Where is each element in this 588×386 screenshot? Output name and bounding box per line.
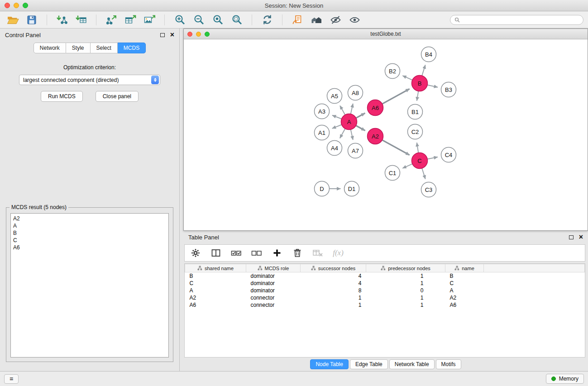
optimization-criterion-select[interactable]: largest connected component (directed) [19,75,160,85]
table-row[interactable]: Cdominator41C [185,280,585,287]
table-row[interactable]: Adominator80A [185,287,585,294]
tab-style[interactable]: Style [66,43,91,53]
tab-node-table[interactable]: Node Table [310,359,349,369]
column-header-MCDS-role[interactable]: MCDS role [246,264,301,272]
node-A7[interactable]: A7 [348,143,363,158]
node-A5[interactable]: A5 [327,89,342,104]
node-A1[interactable]: A1 [315,125,330,140]
mcds-result-item[interactable]: A2 [13,215,166,222]
zoom-in-button[interactable] [172,13,188,27]
mcds-result-list[interactable]: A2ABCA6 [10,213,169,357]
node-C2[interactable]: C2 [408,124,423,139]
network-maximize-button[interactable] [205,32,210,37]
node-C4[interactable]: C4 [441,148,456,162]
edge-A-A8[interactable] [351,104,353,114]
memory-button[interactable]: Memory [546,374,584,384]
node-D[interactable]: D [315,181,330,196]
select-all-columns-button[interactable] [231,247,242,259]
zoom-fit-content-button[interactable] [210,13,226,27]
close-window-button[interactable] [5,3,10,8]
maximize-window-button[interactable] [23,3,28,8]
float-table-panel-icon[interactable] [569,235,574,239]
tab-network-table[interactable]: Network Table [389,359,435,369]
edge-C-C1[interactable] [402,164,412,168]
node-A8[interactable]: A8 [348,86,363,100]
function-builder-button[interactable]: f(x) [333,247,344,259]
edge-C-C2[interactable] [417,143,419,153]
node-B3[interactable]: B3 [441,82,456,97]
create-new-column-button[interactable] [272,247,282,259]
edge-A-A2[interactable] [356,126,365,131]
node-A3[interactable]: A3 [315,104,330,119]
tab-mcds[interactable]: MCDS [118,43,146,53]
edge-A-A1[interactable] [332,125,342,129]
table-settings-button[interactable] [190,247,201,259]
node-A6[interactable]: A6 [368,100,383,116]
tab-network[interactable]: Network [33,43,66,53]
column-header-name[interactable]: name [445,264,484,272]
network-minimize-button[interactable] [196,32,201,37]
mcds-result-item[interactable]: A6 [13,244,166,251]
close-panel-button[interactable]: Close panel [96,91,139,102]
node-A[interactable]: A [341,114,357,130]
network-close-button[interactable] [187,32,192,37]
tab-motifs[interactable]: Motifs [436,359,461,369]
mcds-result-item[interactable]: C [13,237,166,244]
delete-table-button[interactable] [312,247,323,259]
edge-A-A4[interactable] [340,129,345,138]
save-session-button[interactable] [24,13,40,27]
apply-preferred-layout-button[interactable] [259,13,275,27]
delete-columns-button[interactable] [292,247,303,259]
export-image-button[interactable] [141,13,158,27]
export-table-button[interactable] [122,13,139,27]
export-network-button[interactable] [103,13,120,27]
tab-edge-table[interactable]: Edge Table [350,359,388,369]
node-C3[interactable]: C3 [421,182,436,197]
zoom-out-button[interactable] [191,13,207,27]
mcds-result-item[interactable]: B [13,229,166,237]
unselect-all-columns-button[interactable] [251,247,262,259]
edge-B-B4[interactable] [422,65,425,76]
network-canvas[interactable]: B4B2BB3A5A8A6B1A3AC2A1A2A4A7C4CC1C3DD1 [184,39,588,230]
hide-graphics-details-button[interactable] [327,13,344,27]
close-panel-icon[interactable]: × [170,32,174,38]
close-table-panel-icon[interactable]: × [579,234,583,240]
import-table-from-file-button[interactable] [73,13,89,27]
column-header-predecessor-nodes[interactable]: predecessor nodes [366,264,445,272]
edge-B-B1[interactable] [417,91,419,101]
zoom-selected-region-button[interactable] [229,13,245,27]
birds-eye-view-button[interactable] [308,13,325,27]
edge-A-A7[interactable] [351,129,353,140]
panel-list-button[interactable]: ≡ [4,374,19,384]
node-D1[interactable]: D1 [344,181,359,196]
edge-A-A3[interactable] [332,115,342,119]
edge-C-C4[interactable] [427,157,438,159]
minimize-window-button[interactable] [14,3,19,8]
node-B[interactable]: B [412,76,428,91]
run-mcds-button[interactable]: Run MCDS [41,91,83,102]
tab-select[interactable]: Select [91,43,118,53]
mcds-result-item[interactable]: A [13,222,166,229]
node-A4[interactable]: A4 [327,141,342,156]
node-A2[interactable]: A2 [368,129,383,144]
edge-B-B2[interactable] [402,76,412,80]
show-graphics-details-button[interactable] [346,13,363,27]
import-network-from-file-button[interactable] [54,13,70,27]
edge-B-B3[interactable] [427,85,438,87]
edge-C-C3[interactable] [422,168,425,179]
edge-A-A5[interactable] [340,105,345,114]
network-svg[interactable]: B4B2BB3A5A8A6B1A3AC2A1A2A4A7C4CC1C3DD1 [184,39,588,230]
open-file-button[interactable] [5,13,21,27]
float-panel-icon[interactable] [160,33,165,37]
node-C[interactable]: C [412,153,428,169]
edge-A6-B[interactable] [382,89,409,104]
node-B2[interactable]: B2 [385,64,400,79]
search-box[interactable] [450,15,583,25]
node-B4[interactable]: B4 [421,47,436,62]
first-neighbors-button[interactable] [289,13,306,27]
show-columns-button[interactable] [210,247,221,259]
column-header-successor-nodes[interactable]: successor nodes [301,264,366,272]
edge-A-A6[interactable] [356,113,365,118]
table-row[interactable]: A6connector11A6 [185,301,585,309]
search-input[interactable] [463,17,579,23]
